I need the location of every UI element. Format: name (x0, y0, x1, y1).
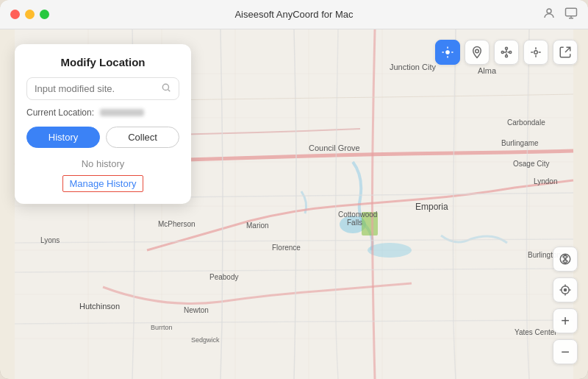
svg-text:McPherson: McPherson (158, 220, 196, 228)
svg-point-47 (509, 52, 512, 54)
target-button[interactable] (553, 277, 578, 302)
svg-point-49 (534, 51, 538, 54)
svg-text:Falls: Falls (347, 219, 362, 227)
modify-panel: Modify Location Current Location: Histor… (15, 44, 191, 204)
titlebar-actions (542, 7, 578, 23)
svg-text:Council Grove: Council Grove (309, 144, 360, 152)
map-container: Junction City Alma Abilene Council Grove… (0, 29, 588, 379)
svg-point-48 (506, 55, 508, 57)
tab-buttons: History Collect (26, 127, 179, 148)
zoom-in-button[interactable]: + (553, 308, 578, 333)
svg-text:Lyndon: Lyndon (534, 177, 557, 185)
maximize-button[interactable] (40, 10, 49, 19)
minimize-button[interactable] (25, 10, 35, 19)
nodes-mode-button[interactable] (494, 40, 519, 65)
svg-text:Marion: Marion (246, 222, 269, 230)
svg-text:Burrton: Burrton (151, 324, 173, 331)
search-icon (161, 82, 171, 95)
history-tab[interactable]: History (26, 127, 100, 148)
app-title: Aiseesoft AnyCoord for Mac (234, 9, 353, 20)
svg-text:Cottonwood: Cottonwood (338, 210, 377, 219)
titlebar: Aiseesoft AnyCoord for Mac (0, 0, 588, 29)
svg-text:Sedgwick: Sedgwick (191, 336, 220, 344)
panel-title: Modify Location (26, 56, 179, 68)
map-top-controls (435, 40, 578, 65)
svg-text:Carbondale: Carbondale (507, 118, 545, 127)
zoom-out-icon: − (561, 344, 570, 361)
joystick-mode-button[interactable] (523, 40, 548, 65)
traffic-lights (10, 10, 49, 19)
svg-text:Newton: Newton (184, 306, 209, 314)
current-location: Current Location: (26, 107, 179, 118)
svg-text:Yates Center: Yates Center (514, 328, 557, 336)
zoom-out-button[interactable]: − (553, 339, 578, 364)
svg-text:Lyons: Lyons (40, 236, 60, 244)
screen-icon[interactable] (564, 7, 578, 23)
search-box (26, 77, 179, 100)
svg-text:Hutchinson: Hutchinson (79, 302, 120, 311)
svg-text:Junction City: Junction City (390, 63, 436, 71)
svg-point-46 (506, 47, 508, 49)
svg-text:Burlingame: Burlingame (501, 139, 539, 147)
svg-text:Peabody: Peabody (209, 273, 238, 281)
export-button[interactable] (553, 40, 578, 65)
svg-text:Osage City: Osage City (513, 160, 549, 168)
close-button[interactable] (10, 10, 20, 19)
compass-button[interactable] (553, 247, 578, 272)
svg-point-44 (476, 49, 479, 53)
svg-point-42 (162, 84, 168, 90)
svg-point-0 (547, 9, 551, 13)
svg-point-43 (446, 51, 450, 54)
user-icon[interactable] (542, 7, 556, 23)
search-input[interactable] (35, 83, 161, 94)
app-window: Aiseesoft AnyCoord for Mac (0, 0, 588, 379)
svg-point-45 (501, 52, 503, 54)
no-history-text: No history (26, 158, 179, 169)
zoom-in-icon: + (561, 313, 570, 330)
pin-mode-button[interactable] (465, 40, 490, 65)
manage-history-link[interactable]: Manage History (62, 175, 143, 192)
svg-text:Alma: Alma (478, 66, 497, 75)
svg-text:Florence: Florence (272, 244, 301, 252)
collect-tab[interactable]: Collect (106, 127, 179, 148)
location-mode-button[interactable] (435, 40, 460, 65)
current-location-value (100, 109, 144, 116)
svg-point-52 (564, 289, 567, 291)
map-right-controls: + − (553, 247, 578, 364)
svg-rect-1 (566, 8, 577, 16)
svg-point-18 (368, 243, 412, 258)
svg-text:Emporia: Emporia (415, 202, 448, 212)
